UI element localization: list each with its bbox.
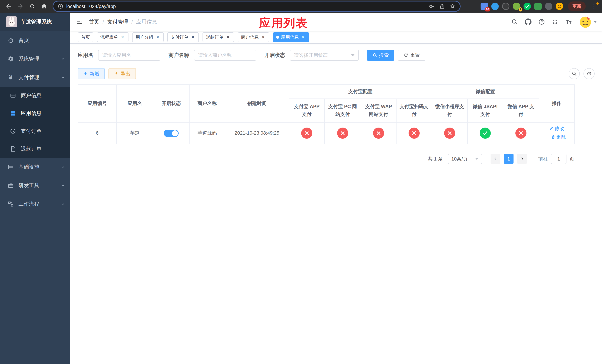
bookmark-star-icon[interactable] <box>450 3 455 9</box>
sidebar-item-system[interactable]: 系统管理 <box>0 50 70 68</box>
pagination: 共 1 条 10条/页 1 前往 页 <box>78 154 574 164</box>
browser-home-button[interactable] <box>39 1 49 11</box>
extension-icon-8[interactable] <box>556 3 563 10</box>
close-icon[interactable]: ✕ <box>120 35 125 40</box>
status-select-placeholder: 请选择开启状态 <box>294 52 328 58</box>
tab-user-group[interactable]: 用户分组✕ <box>132 32 164 42</box>
extension-icon-2[interactable] <box>491 3 499 10</box>
cell-app-name: 芋道 <box>117 122 153 144</box>
extension-icon-5[interactable] <box>524 3 531 10</box>
refresh-icon <box>404 53 408 58</box>
wechat-mini-disabled-icon <box>444 128 455 139</box>
browser-forward-button[interactable] <box>16 1 25 11</box>
export-button[interactable]: 导出 <box>108 68 136 79</box>
breadcrumb-home[interactable]: 首页 <box>89 18 99 25</box>
url-text[interactable]: localhost:1024/pay/app <box>66 3 425 9</box>
table-row: 6 芋道 芋道源码 2021-10-23 08:49:25 <box>78 122 574 144</box>
extension-icon-4[interactable]: 1 <box>513 3 520 10</box>
sidebar-item-merchant-info[interactable]: 商户信息 <box>0 87 70 104</box>
sidebar-item-infrastructure[interactable]: 基础设施 <box>0 158 70 176</box>
reset-button[interactable]: 重置 <box>398 50 425 61</box>
column-header-alipay-qr: 支付宝扫码支付 <box>396 99 432 122</box>
site-info-icon[interactable] <box>58 3 63 9</box>
grid-icon <box>10 110 16 116</box>
fullscreen-icon[interactable] <box>552 19 558 25</box>
sidebar-item-label: 商户信息 <box>21 92 42 99</box>
edit-button[interactable]: 修改 <box>549 125 564 133</box>
tab-refund-order[interactable]: 退款订单✕ <box>203 32 234 42</box>
merchant-name-input[interactable] <box>198 52 252 58</box>
close-icon[interactable]: ✕ <box>261 35 266 40</box>
extension-tabs-icon[interactable]: 10 <box>481 3 488 10</box>
close-icon[interactable]: ✕ <box>190 35 195 40</box>
merchant-name-label: 商户名称 <box>168 52 189 59</box>
tab-pay-order[interactable]: 支付订单✕ <box>167 32 199 42</box>
breadcrumb-separator: / <box>103 19 104 25</box>
merchant-name-input-wrap <box>194 50 256 61</box>
toggle-search-button[interactable] <box>569 68 580 79</box>
prev-page-button[interactable] <box>491 154 500 164</box>
help-icon[interactable] <box>538 19 545 25</box>
extension-icon-7[interactable] <box>545 3 552 10</box>
total-count: 共 1 条 <box>428 156 443 162</box>
sidebar-item-pay-order[interactable]: 支付订单 <box>0 122 70 140</box>
sidebar-item-app-info[interactable]: 应用信息 <box>0 104 70 122</box>
sidebar-toggle-icon[interactable] <box>70 13 89 31</box>
goto-page-input[interactable] <box>551 154 567 164</box>
tab-merchant-info[interactable]: 商户信息✕ <box>238 32 269 42</box>
browser-refresh-button[interactable] <box>27 1 37 11</box>
font-size-icon[interactable] <box>565 19 572 25</box>
page-title: 应用列表 <box>259 15 308 31</box>
close-icon[interactable]: ✕ <box>301 35 306 40</box>
sidebar-item-payment[interactable]: ¥ 支付管理 <box>0 68 70 87</box>
status-select[interactable]: 请选择开启状态 <box>290 50 359 61</box>
column-header-alipay-app: 支付宝 APP 支付 <box>289 99 324 122</box>
delete-button[interactable]: 删除 <box>551 133 566 141</box>
github-icon[interactable] <box>525 18 532 25</box>
extension-icon-6[interactable] <box>534 3 542 10</box>
column-header-wechat-app: 微信 APP 支付 <box>503 99 539 122</box>
user-menu[interactable] <box>579 16 597 28</box>
tab-app-info[interactable]: 应用信息✕ <box>273 32 309 42</box>
app-name-input[interactable] <box>102 52 156 58</box>
cell-merchant: 芋道源码 <box>189 122 225 144</box>
close-icon[interactable]: ✕ <box>226 35 231 40</box>
toolbox-icon <box>7 182 14 189</box>
tags-view: 首页 流程表单✕ 用户分组✕ 支付订单✕ 退款订单✕ 商户信息✕ 应用信息✕ <box>70 31 602 44</box>
extension-icon-3[interactable] <box>502 3 509 10</box>
column-header-status: 开启状态 <box>153 85 189 122</box>
browser-update-button[interactable]: 更新 <box>568 1 586 11</box>
logo-avatar <box>6 16 17 27</box>
search-button[interactable]: 搜索 <box>367 50 394 61</box>
app-title: 芋道管理系统 <box>21 18 52 25</box>
sidebar-item-workflow[interactable]: 工作流程 <box>0 195 70 213</box>
share-icon[interactable] <box>440 3 445 9</box>
sidebar-item-dev-tools[interactable]: 研发工具 <box>0 176 70 195</box>
plus-icon <box>83 72 88 76</box>
breadcrumb-payment[interactable]: 支付管理 <box>107 18 128 25</box>
column-header-alipay-wap: 支付宝 WAP 网站支付 <box>361 99 396 122</box>
app-root: 芋道管理系统 首页 系统管理 ¥ 支付管理 <box>0 13 602 364</box>
yen-icon: ¥ <box>7 75 14 80</box>
next-page-button[interactable] <box>517 154 527 164</box>
close-icon[interactable]: ✕ <box>155 35 160 40</box>
chevron-down-icon <box>61 183 65 188</box>
dashboard-icon <box>7 37 14 43</box>
trash-icon <box>551 135 555 139</box>
status-toggle[interactable] <box>164 130 179 137</box>
page-number-button[interactable]: 1 <box>504 154 514 164</box>
sidebar-item-home[interactable]: 首页 <box>0 31 70 50</box>
page-size-select[interactable]: 10条/页 <box>448 154 482 164</box>
tab-home[interactable]: 首页 <box>78 32 93 42</box>
browser-address-bar[interactable]: localhost:1024/pay/app <box>53 1 460 11</box>
search-icon[interactable] <box>511 19 518 25</box>
password-key-icon[interactable] <box>429 3 435 9</box>
refresh-table-button[interactable] <box>583 68 595 79</box>
browser-menu-icon[interactable]: ⋮ <box>590 3 598 10</box>
add-button[interactable]: 新增 <box>78 68 105 79</box>
browser-back-button[interactable] <box>4 1 13 11</box>
extension-badge: 10 <box>485 7 490 11</box>
app-table: 应用编号 应用名 开启状态 商户名称 创建时间 支付宝配置 微信配置 操作 支付… <box>78 85 575 144</box>
sidebar-item-refund-order[interactable]: 退款订单 <box>0 140 70 158</box>
tab-flow-form[interactable]: 流程表单✕ <box>97 32 129 42</box>
